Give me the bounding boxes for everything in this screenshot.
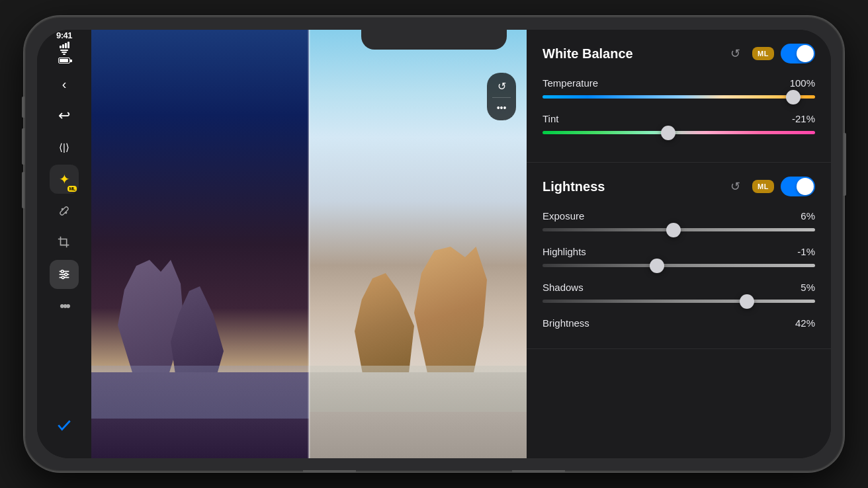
snow-left [91, 366, 309, 419]
connector-right [512, 470, 565, 473]
white-balance-header: White Balance ↺ ML [542, 43, 815, 64]
status-icons [58, 42, 70, 63]
tint-slider-thumb[interactable] [661, 126, 675, 140]
shadows-value: 5% [801, 282, 815, 293]
mute-button[interactable] [22, 97, 24, 118]
status-bar: 9:41 [37, 30, 91, 59]
svg-point-6 [61, 270, 64, 273]
signal-icon [60, 42, 69, 48]
rock-right-1 [414, 247, 487, 379]
lightness-title: Lightness [542, 179, 718, 194]
svg-point-8 [62, 276, 64, 279]
temperature-slider-thumb[interactable] [786, 90, 801, 104]
highlights-label: Highlights [542, 246, 586, 257]
tint-row: Tint -21% [542, 113, 815, 134]
brightness-value: 42% [795, 317, 815, 329]
status-time: 9:41 [56, 30, 72, 40]
highlights-slider-track[interactable] [542, 264, 815, 267]
adjust-button[interactable] [50, 260, 79, 289]
svg-point-7 [65, 273, 67, 276]
photo-before [91, 30, 309, 458]
tint-value: -21% [792, 113, 815, 124]
ml-wand-button[interactable]: ✦ ML [50, 165, 79, 194]
highlights-slider-thumb[interactable] [650, 259, 664, 273]
svg-point-2 [65, 212, 67, 214]
exposure-label: Exposure [542, 210, 584, 222]
phone-frame: 9:41 [24, 16, 844, 472]
lightness-ml-badge: ML [752, 180, 774, 193]
photo-area: ↺ ••• [91, 30, 527, 458]
notch [361, 30, 507, 50]
shadows-slider-thumb[interactable] [740, 294, 754, 309]
rock-right-2 [355, 273, 414, 379]
shadows-slider-track[interactable] [542, 300, 815, 303]
exposure-slider-track[interactable] [542, 228, 815, 231]
lightness-toggle[interactable] [781, 177, 815, 196]
white-balance-title: White Balance [542, 46, 718, 61]
white-balance-toggle[interactable] [781, 44, 815, 63]
shadows-label: Shadows [542, 282, 584, 293]
phone-screen: 9:41 [37, 30, 831, 458]
ml-badge: ML [67, 186, 77, 192]
white-balance-ml-badge: ML [752, 47, 774, 60]
exposure-value: 6% [801, 210, 815, 222]
split-divider[interactable] [308, 30, 310, 458]
reset-pill[interactable]: ↺ ••• [487, 73, 516, 120]
white-balance-section: White Balance ↺ ML Temperature 100% [527, 30, 831, 163]
volume-up-button[interactable] [22, 128, 24, 165]
white-balance-reset-button[interactable]: ↺ [724, 43, 746, 64]
temperature-slider-track[interactable] [542, 95, 815, 99]
svg-rect-0 [60, 206, 69, 216]
check-icon [56, 417, 73, 434]
power-button[interactable] [844, 133, 846, 196]
temperature-row: Temperature 100% [542, 77, 815, 99]
more-dots-icon: ••• [497, 102, 507, 113]
tint-label: Tint [542, 113, 558, 124]
volume-down-button[interactable] [22, 172, 24, 208]
reset-icon: ↺ [498, 80, 506, 93]
compare-button[interactable]: ⟨|⟩ [50, 133, 79, 162]
exposure-slider-thumb[interactable] [666, 223, 681, 237]
brightness-row: Brightness 42% [542, 317, 815, 329]
back-button[interactable]: ‹ [50, 69, 79, 99]
more-button[interactable]: ••• [50, 292, 79, 321]
highlights-value: -1% [797, 246, 815, 257]
lightness-header: Lightness ↺ ML [542, 176, 815, 197]
battery-icon [58, 58, 70, 63]
confirm-button[interactable] [52, 413, 76, 437]
brightness-label: Brightness [542, 317, 589, 329]
undo-button[interactable]: ↩ [50, 101, 79, 130]
lightness-section: Lightness ↺ ML Exposure 6% [527, 163, 831, 349]
snow-right [309, 366, 527, 412]
lightness-reset-button[interactable]: ↺ [724, 176, 746, 197]
bandaid-icon [57, 204, 71, 218]
tint-slider-track[interactable] [542, 131, 815, 134]
adjust-icon [57, 267, 71, 282]
temperature-value: 100% [790, 77, 815, 89]
sidebar-bottom [52, 413, 76, 450]
exposure-row: Exposure 6% [542, 210, 815, 231]
sidebar-tools: ‹ ↩ ⟨|⟩ ✦ ML [50, 69, 79, 413]
reset-overlay: ↺ ••• [487, 73, 516, 120]
temperature-label: Temperature [542, 77, 598, 89]
highlights-row: Highlights -1% [542, 246, 815, 267]
wand-icon: ✦ [59, 171, 70, 187]
shadows-row: Shadows 5% [542, 282, 815, 303]
connector-left [303, 470, 356, 473]
sidebar: 9:41 [37, 30, 91, 458]
crop-button[interactable] [50, 228, 79, 257]
svg-point-1 [62, 208, 63, 210]
bandaid-button[interactable] [50, 196, 79, 225]
right-panel: White Balance ↺ ML Temperature 100% [527, 30, 831, 458]
crop-icon [57, 235, 71, 250]
wifi-icon [60, 50, 68, 55]
